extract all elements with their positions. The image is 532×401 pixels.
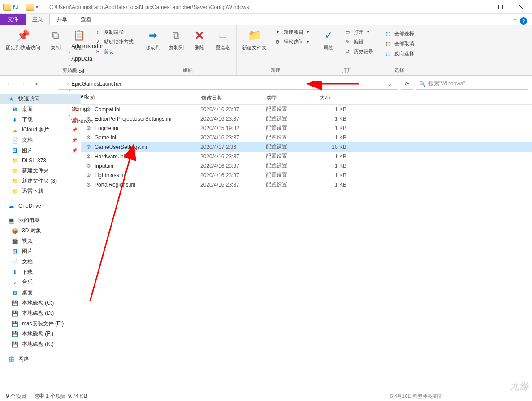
up-button[interactable]: ↑ <box>44 78 55 89</box>
chevron-right-icon[interactable]: › <box>69 88 70 93</box>
properties-icon: ✓ <box>321 28 336 43</box>
ini-file-icon: ⚙ <box>85 162 92 170</box>
new-folder-button[interactable]: 📁 新建文件夹 <box>239 26 269 53</box>
new-item-button[interactable]: ✦新建项目▾ <box>271 27 312 36</box>
sidebar-disk-k[interactable]: 💾本地磁盘 (K:) <box>0 339 81 349</box>
file-date: 2020/4/17 2:36 <box>200 144 266 150</box>
sidebar-my-computer[interactable]: 💻我的电脑 <box>0 215 81 226</box>
minimize-button[interactable] <box>470 0 490 14</box>
history-button[interactable]: ↺历史记录 <box>341 47 376 56</box>
pin-to-quick-access-button[interactable]: 📌 固定到快速访问 <box>3 26 43 53</box>
tab-share[interactable]: 共享 <box>50 14 74 25</box>
sidebar-documents[interactable]: 📄文档📌 <box>0 135 81 145</box>
chevron-right-icon[interactable]: › <box>69 63 70 68</box>
rename-button[interactable]: ▭ 重命名 <box>212 26 234 53</box>
sidebar-downloads[interactable]: ⬇下载📌 <box>0 114 81 125</box>
refresh-button[interactable]: ⟳ <box>401 78 413 90</box>
sidebar-pictures[interactable]: 🖼图片📌 <box>0 145 81 156</box>
help-icon[interactable]: ? <box>520 17 527 25</box>
properties-button[interactable]: ✓ 属性 <box>318 26 339 53</box>
sidebar-downloads2[interactable]: ⬇下载 <box>0 267 81 277</box>
edit-button[interactable]: ✎编辑 <box>341 37 376 46</box>
sidebar-icloud-photos[interactable]: ☁iCloud 照片📌 <box>0 125 81 135</box>
copy-to-button[interactable]: ⧉ 复制到 <box>165 26 187 53</box>
sidebar-desktop2[interactable]: 🖥桌面 <box>0 288 81 298</box>
bottom-cut-text: 5 4月16日新型肺炎疫情 <box>390 393 442 400</box>
copy-button[interactable]: ⧉ 复制 <box>45 26 66 53</box>
invert-selection-button[interactable]: ⬚反向选择 <box>382 49 417 58</box>
select-all-button[interactable]: ⬚全部选择 <box>382 29 417 38</box>
breadcrumb-segment[interactable]: AppData <box>69 56 124 62</box>
breadcrumb-dropdown-icon[interactable]: ⌄ <box>384 81 396 87</box>
ini-file-icon: ⚙ <box>85 172 92 179</box>
copy-icon: ⧉ <box>48 28 63 43</box>
sidebar-desktop[interactable]: 🖥桌面📌 <box>0 104 81 114</box>
sidebar-network[interactable]: 🌐网络 <box>0 354 81 364</box>
qat-dropdown-icon[interactable]: ▾ <box>36 4 38 9</box>
sidebar-onedrive[interactable]: ☁OneDrive <box>0 201 81 211</box>
move-to-button[interactable]: ➡ 移动到 <box>142 26 164 53</box>
column-type[interactable]: 类型 <box>263 94 316 102</box>
file-row[interactable]: ⚙Compat.ini2020/4/16 23:37配置设置1 KB <box>81 105 532 114</box>
file-row[interactable]: ⚙Hardware.ini2020/4/16 23:37配置设置1 KB <box>81 152 532 161</box>
open-button[interactable]: ▭打开▾ <box>341 27 376 36</box>
ini-file-icon: ⚙ <box>85 125 92 132</box>
forward-button[interactable]: → <box>17 78 28 89</box>
sidebar-mac-install[interactable]: 💾mac安装文件 (E:) <box>0 318 81 329</box>
file-row[interactable]: ⚙PortalRegions.ini2020/4/16 23:37配置设置1 K… <box>81 180 532 189</box>
sidebar-pictures2[interactable]: 🖼图片 <box>0 246 81 257</box>
downloads-icon: ⬇ <box>11 269 18 276</box>
chevron-right-icon[interactable]: › <box>69 50 70 55</box>
file-row[interactable]: ⚙Input.ini2020/4/16 23:37配置设置1 KB <box>81 161 532 170</box>
sidebar-disk-d[interactable]: 💾本地磁盘 (D:) <box>0 308 81 318</box>
select-none-button[interactable]: ⬚全部取消 <box>382 39 417 48</box>
recent-locations-button[interactable]: ▾ <box>31 78 42 89</box>
move-to-icon: ➡ <box>146 28 160 43</box>
column-date[interactable]: 修改日期 <box>198 94 263 102</box>
breadcrumb-segment[interactable]: Administrator <box>69 43 124 49</box>
sidebar-music[interactable]: ♪音乐 <box>0 277 81 288</box>
column-size[interactable]: 大小 <box>316 94 347 102</box>
file-row[interactable]: ⚙Game.ini2020/4/16 23:37配置设置1 KB <box>81 133 532 142</box>
file-date: 2020/4/15 19:32 <box>200 125 266 131</box>
sidebar-documents2[interactable]: 📄文档 <box>0 257 81 267</box>
sidebar-new-folder[interactable]: 📁新建文件夹 <box>0 166 81 176</box>
breadcrumb-segment[interactable]: EpicGamesLauncher <box>69 81 124 87</box>
search-input[interactable]: 🔍 搜索"Windows" <box>416 78 528 90</box>
pin-icon: 📌 <box>72 127 77 132</box>
open-group-label: 打开 <box>318 66 376 75</box>
file-name: Game.ini <box>95 135 200 141</box>
sidebar-xunlei[interactable]: 📁迅雷下载 <box>0 186 81 196</box>
close-button[interactable] <box>511 0 532 14</box>
tab-home[interactable]: 主页 <box>26 14 50 25</box>
copy-path-button[interactable]: ↕复制路径 <box>91 27 136 36</box>
easy-access-button[interactable]: ⚙轻松访问▾ <box>271 37 312 46</box>
file-row[interactable]: ⚙Engine.ini2020/4/15 19:32配置设置1 KB <box>81 123 532 133</box>
file-row[interactable]: ⚙GameUserSettings.ini2020/4/17 2:36配置设置1… <box>81 142 532 152</box>
qat-save-icon[interactable]: 🖫 <box>13 4 18 10</box>
maximize-button[interactable] <box>490 0 511 14</box>
breadcrumb-folder-icon <box>60 81 67 87</box>
delete-button[interactable]: ✕ 删除 <box>189 26 210 53</box>
back-button[interactable]: ← <box>4 78 15 89</box>
breadcrumb-segment[interactable]: Local <box>69 68 124 74</box>
sidebar-disk-f[interactable]: 💾本地磁盘 (F:) <box>0 329 81 339</box>
address-bar: ← → ▾ ↑ › Administrator›AppData›Local›Ep… <box>0 76 532 92</box>
qat-folder-icon[interactable] <box>26 4 34 11</box>
pictures-icon: 🖼 <box>11 147 18 154</box>
tab-file[interactable]: 文件 <box>0 14 26 25</box>
sidebar-disk-c[interactable]: 💾本地磁盘 (C:) <box>0 298 81 308</box>
breadcrumb[interactable]: › Administrator›AppData›Local›EpicGamesL… <box>58 78 398 90</box>
folder-icon: 📁 <box>11 157 18 164</box>
sidebar-videos[interactable]: 🎬视频 <box>0 236 81 246</box>
tab-view[interactable]: 查看 <box>74 14 98 25</box>
chevron-right-icon[interactable]: › <box>69 75 70 80</box>
file-row[interactable]: ⚙Lightmass.ini2020/4/16 23:37配置设置1 KB <box>81 170 532 180</box>
collapse-ribbon-icon[interactable]: ⌃ <box>513 18 517 24</box>
file-row[interactable]: ⚙EditorPerProjectUserSettings.ini2020/4/… <box>81 114 532 123</box>
sidebar-3d-objects[interactable]: 📦3D 对象 <box>0 226 81 236</box>
file-type: 配置设置 <box>266 115 319 122</box>
sidebar-dlsl[interactable]: 📁DLSL-373 <box>0 156 81 166</box>
sidebar-quick-access[interactable]: ★快速访问 <box>0 94 81 104</box>
sidebar-new-folder-3[interactable]: 📁新建文件夹 (3) <box>0 176 81 186</box>
